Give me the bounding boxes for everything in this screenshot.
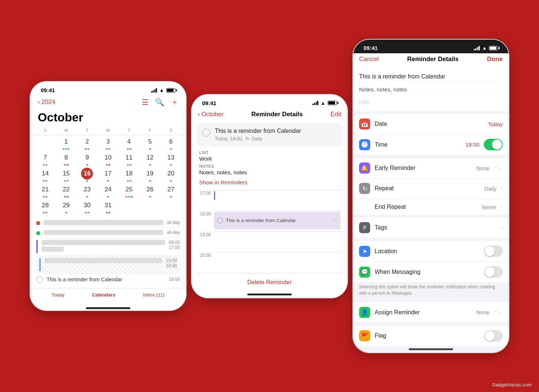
- date-row[interactable]: 📅 Date Today: [353, 114, 509, 134]
- done-button[interactable]: Done: [487, 56, 503, 63]
- cal-cell-7[interactable]: 7: [35, 151, 56, 167]
- purple-bar: [214, 191, 215, 200]
- flag-toggle[interactable]: [484, 330, 503, 342]
- cal-cell-23[interactable]: 23: [77, 183, 98, 199]
- cancel-button[interactable]: Cancel: [359, 56, 379, 63]
- title-input[interactable]: This is a reminder from Calendar: [359, 72, 503, 82]
- location-toggle[interactable]: [484, 245, 503, 257]
- cal-cell-5[interactable]: 5: [140, 135, 161, 151]
- cal-cell-1[interactable]: 1: [56, 135, 77, 151]
- cal-cell-6[interactable]: 6: [160, 135, 181, 151]
- messaging-row[interactable]: 💬 When Messaging: [353, 262, 509, 282]
- cal-cell-25[interactable]: 25: [118, 183, 140, 199]
- tab-today[interactable]: Today: [51, 292, 64, 298]
- cal-cell-14[interactable]: 14: [35, 167, 56, 183]
- location-row[interactable]: ➤ Location: [353, 241, 509, 262]
- end-repeat-row[interactable]: End Repeat Never ›: [353, 199, 509, 215]
- tags-icon: #: [359, 222, 370, 233]
- end-repeat-label: End Repeat: [359, 204, 477, 210]
- early-reminder-row[interactable]: 🔔 Early Reminder None ⌃⌄: [353, 158, 509, 178]
- chevron-left-icon: ‹: [38, 98, 40, 106]
- phone-calendar: 09:41 ▲ ‹ 2024 ☰ 🔍 ＋: [30, 82, 186, 310]
- time-row-20: 20:00: [197, 252, 342, 273]
- search-icon[interactable]: 🔍: [155, 98, 164, 107]
- list-icon[interactable]: ☰: [142, 98, 148, 107]
- event-blurred-5: [44, 258, 162, 263]
- watermark: GadgetHacks.com: [492, 382, 532, 388]
- show-reminders-btn[interactable]: Show in Reminders: [198, 178, 341, 187]
- cal-cell-27[interactable]: 27: [160, 183, 181, 199]
- time-label-17: 17:00: [197, 190, 213, 196]
- date-label: Date: [375, 121, 483, 127]
- repeat-icon: ↻: [359, 183, 370, 194]
- back-october[interactable]: ‹ October: [198, 111, 224, 118]
- time-3: 09:41: [364, 45, 378, 51]
- cal-cell-30[interactable]: 30: [77, 199, 98, 215]
- flag-row[interactable]: 🚩 Flag: [353, 326, 509, 346]
- location-label: Location: [375, 248, 479, 255]
- cal-cell-22[interactable]: 22: [56, 183, 77, 199]
- time-row-19: 19:00: [197, 231, 342, 252]
- cal-cell-12[interactable]: 12: [140, 151, 161, 167]
- end-repeat-value: Never: [482, 204, 496, 210]
- event-block[interactable]: This is a reminder from Calendar ···: [214, 212, 341, 229]
- cal-cell-16[interactable]: 16: [77, 167, 98, 183]
- chevron-left-icon-2: ‹: [198, 111, 200, 118]
- reminder-card-meta: Today, 18:00, ↻ Daily: [215, 136, 301, 141]
- notes-input[interactable]: Notes, notes, notes: [359, 85, 503, 94]
- calendar-grid: 1234567891011121314151617181920212223242…: [30, 135, 186, 215]
- flag-label: Flag: [375, 332, 479, 339]
- day-header-s2: S: [160, 127, 181, 133]
- event-dot-2: [36, 231, 40, 235]
- back-2024[interactable]: ‹ 2024: [38, 98, 56, 106]
- tab-bar-1: Today Calendars Inbox (11): [30, 288, 186, 308]
- cal-cell-19[interactable]: 19: [140, 167, 161, 183]
- cal-cell-26[interactable]: 26: [140, 183, 161, 199]
- cal-cell-2[interactable]: 2: [77, 135, 98, 151]
- tab-calendars[interactable]: Calendars: [92, 292, 116, 298]
- cal-cell-10[interactable]: 10: [98, 151, 119, 167]
- day-header-t1: T: [77, 127, 98, 133]
- cal-cell-17[interactable]: 17: [98, 167, 119, 183]
- home-indicator-1: [30, 308, 186, 310]
- cal-cell-15[interactable]: 15: [56, 167, 77, 183]
- cal-cell-4[interactable]: 4: [118, 135, 140, 151]
- status-icons-1: ▲: [151, 87, 175, 93]
- home-bar-1: [86, 307, 130, 309]
- battery-1: [166, 88, 175, 93]
- cal-cell-24[interactable]: 24: [98, 183, 119, 199]
- cal-cell-11[interactable]: 11: [118, 151, 140, 167]
- cal-cell-9[interactable]: 9: [77, 151, 98, 167]
- tags-row[interactable]: # Tags ›: [353, 218, 509, 238]
- reminder-item-1[interactable]: This is a reminder from Calendar 18:00: [36, 274, 180, 285]
- notes-label: NOTES: [198, 164, 341, 168]
- cal-cell-29[interactable]: 29: [56, 199, 77, 215]
- location-icon: ➤: [359, 246, 370, 257]
- messaging-toggle[interactable]: [484, 266, 503, 278]
- cal-cell-20[interactable]: 20: [160, 167, 181, 183]
- delete-btn[interactable]: Delete Reminder: [197, 273, 342, 292]
- status-bar-1: 09:41 ▲: [30, 82, 186, 96]
- reminder-meta-date: Today, 18:00,: [215, 136, 243, 141]
- event-blurred-1: [44, 220, 163, 225]
- event-content-2: [44, 258, 162, 265]
- event-allday-2: all-day: [36, 228, 180, 238]
- repeat-row[interactable]: ↻ Repeat Daily ›: [353, 178, 509, 199]
- add-icon[interactable]: ＋: [171, 97, 178, 107]
- cal-cell-21[interactable]: 21: [35, 183, 56, 199]
- edit-btn[interactable]: Edit: [331, 111, 341, 118]
- assign-row[interactable]: 👤 Assign Reminder None ⌃⌄: [353, 302, 509, 323]
- tab-inbox[interactable]: Inbox (11): [143, 292, 165, 298]
- cal-cell-31[interactable]: 31: [98, 199, 119, 215]
- edit-nav-title: Reminder Details: [407, 56, 459, 63]
- cal-cell-3[interactable]: 3: [98, 135, 119, 151]
- url-input[interactable]: URL: [359, 97, 503, 107]
- day-header-w: W: [98, 127, 119, 133]
- time-row[interactable]: 🕐 Time 18:00: [353, 134, 509, 155]
- time-toggle[interactable]: [484, 139, 503, 150]
- cal-cell-8[interactable]: 8: [56, 151, 77, 167]
- calendar-nav: ‹ 2024 ☰ 🔍 ＋: [30, 96, 186, 110]
- cal-cell-18[interactable]: 18: [118, 167, 140, 183]
- cal-cell-28[interactable]: 28: [35, 199, 56, 215]
- cal-cell-13[interactable]: 13: [160, 151, 181, 167]
